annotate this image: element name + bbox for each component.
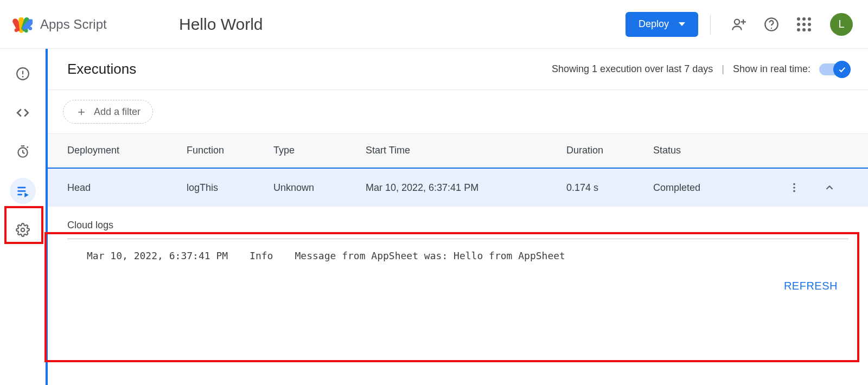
cell-status: Completed: [653, 182, 773, 194]
dropdown-triangle-icon: [679, 22, 685, 26]
sidebar-item-settings[interactable]: [10, 217, 36, 243]
help-button[interactable]: [760, 12, 783, 36]
col-deployment: Deployment: [67, 145, 187, 156]
project-title[interactable]: Hello World: [179, 15, 263, 34]
col-type: Type: [273, 145, 366, 156]
svg-rect-17: [17, 187, 25, 188]
toggle-knob-on: [833, 61, 851, 78]
logs-title: Cloud logs: [67, 220, 848, 231]
svg-rect-18: [17, 190, 25, 192]
svg-marker-20: [24, 193, 29, 197]
cell-deployment: Head: [67, 182, 187, 194]
share-button[interactable]: [727, 12, 751, 36]
executions-count-text: Showing 1 execution over last 7 days: [552, 63, 713, 75]
svg-point-4: [15, 28, 18, 32]
sidebar: [0, 49, 46, 385]
row-collapse-button[interactable]: [816, 182, 843, 194]
apps-grid-icon: [797, 17, 811, 31]
col-function: Function: [187, 145, 273, 156]
header: Apps Script Hello World Deploy L: [0, 0, 868, 49]
apps-grid-button[interactable]: [792, 12, 816, 36]
svg-point-15: [22, 76, 23, 78]
divider: [710, 15, 711, 34]
sidebar-item-executions[interactable]: [10, 178, 36, 204]
row-more-button[interactable]: [773, 182, 816, 194]
executions-header: Executions Showing 1 execution over last…: [48, 49, 868, 90]
realtime-toggle[interactable]: [819, 63, 848, 75]
svg-point-21: [21, 228, 24, 232]
cell-duration: 0.174 s: [566, 182, 653, 194]
cell-type: Unknown: [273, 182, 366, 194]
sidebar-item-editor[interactable]: [10, 100, 36, 126]
refresh-row: REFRESH: [48, 265, 868, 292]
col-status: Status: [653, 145, 773, 156]
svg-rect-19: [17, 194, 22, 195]
apps-script-logo-icon: [11, 14, 33, 35]
logo-group: Apps Script: [11, 14, 168, 35]
svg-point-24: [793, 190, 795, 193]
divider: [67, 239, 848, 239]
svg-point-12: [771, 27, 772, 28]
col-duration: Duration: [566, 145, 653, 156]
add-filter-label: Add a filter: [94, 106, 141, 118]
page-title: Executions: [67, 61, 136, 78]
main-content: Executions Showing 1 execution over last…: [46, 49, 868, 385]
divider: |: [722, 63, 724, 75]
svg-point-6: [24, 29, 28, 33]
sidebar-item-triggers[interactable]: [10, 139, 36, 165]
cell-function: logThis: [187, 182, 273, 194]
refresh-button[interactable]: REFRESH: [784, 280, 838, 292]
svg-point-23: [793, 187, 795, 189]
add-filter-button[interactable]: ＋ Add a filter: [63, 100, 153, 124]
table-row[interactable]: Head logThis Unknown Mar 10, 2022, 6:37:…: [48, 168, 868, 207]
cell-start-time: Mar 10, 2022, 6:37:41 PM: [366, 182, 566, 194]
svg-point-22: [793, 183, 795, 185]
svg-point-8: [735, 19, 739, 24]
deploy-button[interactable]: Deploy: [626, 12, 698, 37]
executions-table: Deployment Function Type Start Time Dura…: [48, 134, 868, 292]
log-entry: Mar 10, 2022, 6:37:41 PM Info Message fr…: [67, 247, 848, 265]
logs-panel: Cloud logs Mar 10, 2022, 6:37:41 PM Info…: [48, 207, 868, 265]
sidebar-item-overview[interactable]: [10, 61, 36, 87]
executions-status: Showing 1 execution over last 7 days | S…: [552, 63, 848, 75]
plus-icon: ＋: [75, 106, 87, 118]
col-start-time: Start Time: [366, 145, 566, 156]
svg-point-7: [29, 27, 33, 30]
table-header: Deployment Function Type Start Time Dura…: [48, 134, 868, 168]
filter-bar: ＋ Add a filter: [48, 90, 868, 134]
realtime-label: Show in real time:: [733, 63, 810, 75]
account-avatar[interactable]: L: [830, 13, 853, 36]
log-message: Message from AppSheet was: Hello from Ap…: [295, 250, 565, 261]
log-timestamp: Mar 10, 2022, 6:37:41 PM: [87, 250, 228, 261]
log-level: Info: [250, 250, 273, 261]
deploy-label: Deploy: [639, 18, 669, 30]
svg-point-5: [20, 29, 23, 33]
product-name: Apps Script: [40, 17, 107, 32]
